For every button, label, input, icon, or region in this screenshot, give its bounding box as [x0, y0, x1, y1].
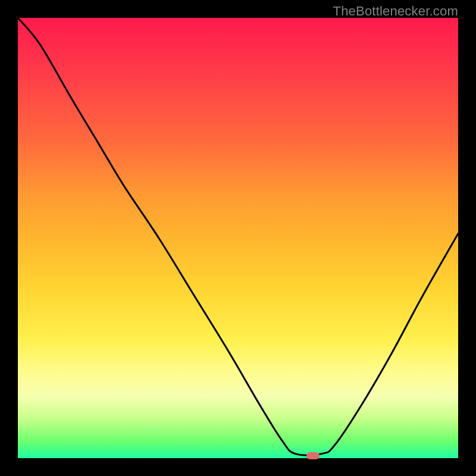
- watermark-text: TheBottlenecker.com: [333, 4, 458, 19]
- chart-stage: TheBottlenecker.com: [0, 0, 476, 476]
- plot-area: [18, 18, 458, 458]
- bottleneck-curve: [18, 18, 458, 458]
- optimal-marker: [306, 452, 320, 459]
